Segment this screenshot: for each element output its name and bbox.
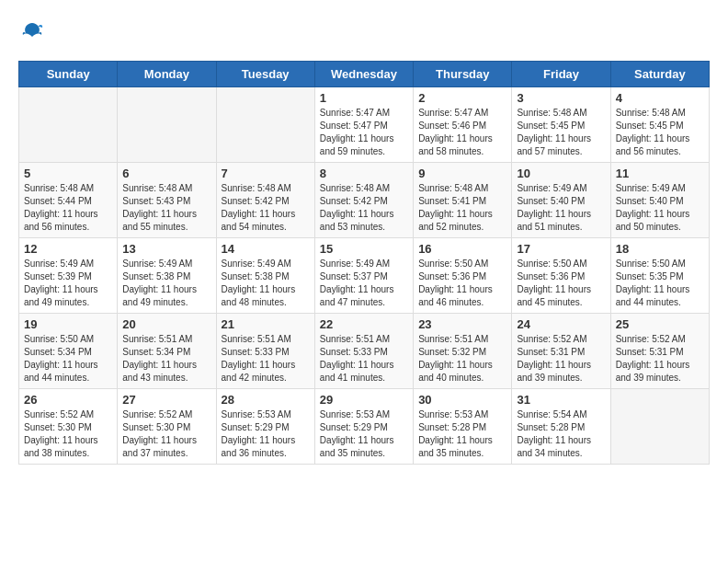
day-number: 23: [418, 317, 506, 331]
day-info: Sunrise: 5:47 AM Sunset: 5:47 PM Dayligh…: [320, 107, 408, 158]
calendar-week-4: 19Sunrise: 5:50 AM Sunset: 5:34 PM Dayli…: [19, 314, 710, 389]
calendar-cell: 6Sunrise: 5:48 AM Sunset: 5:43 PM Daylig…: [118, 163, 216, 238]
day-number: 12: [24, 242, 112, 256]
calendar-cell: 29Sunrise: 5:53 AM Sunset: 5:29 PM Dayli…: [314, 389, 413, 465]
calendar-cell: 20Sunrise: 5:51 AM Sunset: 5:34 PM Dayli…: [118, 314, 216, 389]
day-info: Sunrise: 5:48 AM Sunset: 5:42 PM Dayligh…: [320, 182, 408, 234]
day-number: 27: [122, 393, 210, 407]
calendar-cell: 2Sunrise: 5:47 AM Sunset: 5:46 PM Daylig…: [414, 87, 512, 163]
day-info: Sunrise: 5:49 AM Sunset: 5:40 PM Dayligh…: [517, 182, 605, 234]
calendar-table: SundayMondayTuesdayWednesdayThursdayFrid…: [18, 61, 710, 465]
weekday-header-row: SundayMondayTuesdayWednesdayThursdayFrid…: [19, 62, 710, 87]
calendar-cell: 13Sunrise: 5:49 AM Sunset: 5:38 PM Dayli…: [118, 238, 216, 314]
day-number: 17: [517, 242, 605, 256]
day-info: Sunrise: 5:49 AM Sunset: 5:40 PM Dayligh…: [616, 182, 704, 234]
calendar-cell: 27Sunrise: 5:52 AM Sunset: 5:30 PM Dayli…: [118, 389, 216, 465]
calendar-cell: 26Sunrise: 5:52 AM Sunset: 5:30 PM Dayli…: [19, 389, 118, 465]
day-number: 7: [222, 167, 310, 180]
weekday-saturday: Saturday: [610, 62, 709, 87]
day-number: 5: [24, 167, 112, 180]
page-header: [18, 18, 710, 46]
day-info: Sunrise: 5:54 AM Sunset: 5:28 PM Dayligh…: [517, 408, 605, 460]
calendar-cell: 17Sunrise: 5:50 AM Sunset: 5:36 PM Dayli…: [512, 238, 610, 314]
weekday-wednesday: Wednesday: [314, 62, 413, 87]
day-number: 14: [222, 242, 310, 256]
day-number: 26: [24, 393, 112, 407]
day-number: 8: [320, 167, 408, 180]
day-info: Sunrise: 5:48 AM Sunset: 5:41 PM Dayligh…: [418, 182, 506, 234]
day-info: Sunrise: 5:50 AM Sunset: 5:34 PM Dayligh…: [24, 333, 112, 385]
calendar-cell: [118, 87, 216, 163]
calendar-cell: 1Sunrise: 5:47 AM Sunset: 5:47 PM Daylig…: [314, 87, 413, 163]
day-info: Sunrise: 5:52 AM Sunset: 5:31 PM Dayligh…: [616, 333, 704, 385]
logo-bird-icon: [18, 18, 46, 46]
day-number: 25: [616, 317, 704, 331]
calendar-cell: [19, 87, 118, 163]
calendar-week-3: 12Sunrise: 5:49 AM Sunset: 5:39 PM Dayli…: [19, 238, 710, 314]
day-info: Sunrise: 5:52 AM Sunset: 5:30 PM Dayligh…: [24, 408, 112, 460]
day-info: Sunrise: 5:51 AM Sunset: 5:33 PM Dayligh…: [320, 333, 408, 385]
day-info: Sunrise: 5:48 AM Sunset: 5:45 PM Dayligh…: [517, 107, 605, 158]
calendar-cell: 7Sunrise: 5:48 AM Sunset: 5:42 PM Daylig…: [216, 163, 314, 238]
calendar-cell: 8Sunrise: 5:48 AM Sunset: 5:42 PM Daylig…: [314, 163, 413, 238]
day-number: 9: [418, 167, 506, 180]
day-info: Sunrise: 5:51 AM Sunset: 5:33 PM Dayligh…: [222, 333, 310, 385]
calendar-cell: 3Sunrise: 5:48 AM Sunset: 5:45 PM Daylig…: [512, 87, 610, 163]
day-info: Sunrise: 5:49 AM Sunset: 5:38 PM Dayligh…: [122, 258, 210, 309]
calendar-cell: 21Sunrise: 5:51 AM Sunset: 5:33 PM Dayli…: [216, 314, 314, 389]
day-info: Sunrise: 5:51 AM Sunset: 5:32 PM Dayligh…: [418, 333, 506, 385]
day-number: 19: [24, 317, 112, 331]
day-number: 16: [418, 242, 506, 256]
calendar-week-2: 5Sunrise: 5:48 AM Sunset: 5:44 PM Daylig…: [19, 163, 710, 238]
calendar-cell: 22Sunrise: 5:51 AM Sunset: 5:33 PM Dayli…: [314, 314, 413, 389]
calendar-cell: 24Sunrise: 5:52 AM Sunset: 5:31 PM Dayli…: [512, 314, 610, 389]
calendar-cell: 9Sunrise: 5:48 AM Sunset: 5:41 PM Daylig…: [414, 163, 512, 238]
calendar-cell: [216, 87, 314, 163]
day-number: 21: [222, 317, 310, 331]
calendar-cell: 25Sunrise: 5:52 AM Sunset: 5:31 PM Dayli…: [610, 314, 709, 389]
calendar-week-1: 1Sunrise: 5:47 AM Sunset: 5:47 PM Daylig…: [19, 87, 710, 163]
day-info: Sunrise: 5:53 AM Sunset: 5:29 PM Dayligh…: [320, 408, 408, 460]
day-number: 10: [517, 167, 605, 180]
day-number: 15: [320, 242, 408, 256]
day-number: 3: [517, 91, 605, 105]
day-number: 4: [616, 91, 704, 105]
day-info: Sunrise: 5:50 AM Sunset: 5:35 PM Dayligh…: [616, 258, 704, 309]
calendar-cell: 11Sunrise: 5:49 AM Sunset: 5:40 PM Dayli…: [610, 163, 709, 238]
day-number: 13: [122, 242, 210, 256]
day-number: 29: [320, 393, 408, 407]
day-info: Sunrise: 5:48 AM Sunset: 5:44 PM Dayligh…: [24, 182, 112, 234]
day-number: 18: [616, 242, 704, 256]
day-number: 24: [517, 317, 605, 331]
day-info: Sunrise: 5:50 AM Sunset: 5:36 PM Dayligh…: [517, 258, 605, 309]
weekday-tuesday: Tuesday: [216, 62, 314, 87]
calendar-cell: 18Sunrise: 5:50 AM Sunset: 5:35 PM Dayli…: [610, 238, 709, 314]
day-info: Sunrise: 5:48 AM Sunset: 5:42 PM Dayligh…: [222, 182, 310, 234]
calendar-cell: 28Sunrise: 5:53 AM Sunset: 5:29 PM Dayli…: [216, 389, 314, 465]
calendar-cell: [610, 389, 709, 465]
day-info: Sunrise: 5:49 AM Sunset: 5:37 PM Dayligh…: [320, 258, 408, 309]
day-info: Sunrise: 5:48 AM Sunset: 5:43 PM Dayligh…: [122, 182, 210, 234]
day-info: Sunrise: 5:52 AM Sunset: 5:30 PM Dayligh…: [122, 408, 210, 460]
day-number: 1: [320, 91, 408, 105]
day-info: Sunrise: 5:49 AM Sunset: 5:39 PM Dayligh…: [24, 258, 112, 309]
calendar-cell: 19Sunrise: 5:50 AM Sunset: 5:34 PM Dayli…: [19, 314, 118, 389]
calendar-cell: 5Sunrise: 5:48 AM Sunset: 5:44 PM Daylig…: [19, 163, 118, 238]
weekday-monday: Monday: [118, 62, 216, 87]
day-info: Sunrise: 5:48 AM Sunset: 5:45 PM Dayligh…: [616, 107, 704, 158]
calendar-cell: 16Sunrise: 5:50 AM Sunset: 5:36 PM Dayli…: [414, 238, 512, 314]
day-number: 31: [517, 393, 605, 407]
calendar-cell: 14Sunrise: 5:49 AM Sunset: 5:38 PM Dayli…: [216, 238, 314, 314]
day-number: 30: [418, 393, 506, 407]
day-info: Sunrise: 5:50 AM Sunset: 5:36 PM Dayligh…: [418, 258, 506, 309]
day-info: Sunrise: 5:51 AM Sunset: 5:34 PM Dayligh…: [122, 333, 210, 385]
day-info: Sunrise: 5:52 AM Sunset: 5:31 PM Dayligh…: [517, 333, 605, 385]
calendar-cell: 31Sunrise: 5:54 AM Sunset: 5:28 PM Dayli…: [512, 389, 610, 465]
weekday-thursday: Thursday: [414, 62, 512, 87]
weekday-friday: Friday: [512, 62, 610, 87]
day-info: Sunrise: 5:53 AM Sunset: 5:28 PM Dayligh…: [418, 408, 506, 460]
day-number: 20: [122, 317, 210, 331]
calendar-week-5: 26Sunrise: 5:52 AM Sunset: 5:30 PM Dayli…: [19, 389, 710, 465]
calendar-cell: 4Sunrise: 5:48 AM Sunset: 5:45 PM Daylig…: [610, 87, 709, 163]
calendar-cell: 15Sunrise: 5:49 AM Sunset: 5:37 PM Dayli…: [314, 238, 413, 314]
